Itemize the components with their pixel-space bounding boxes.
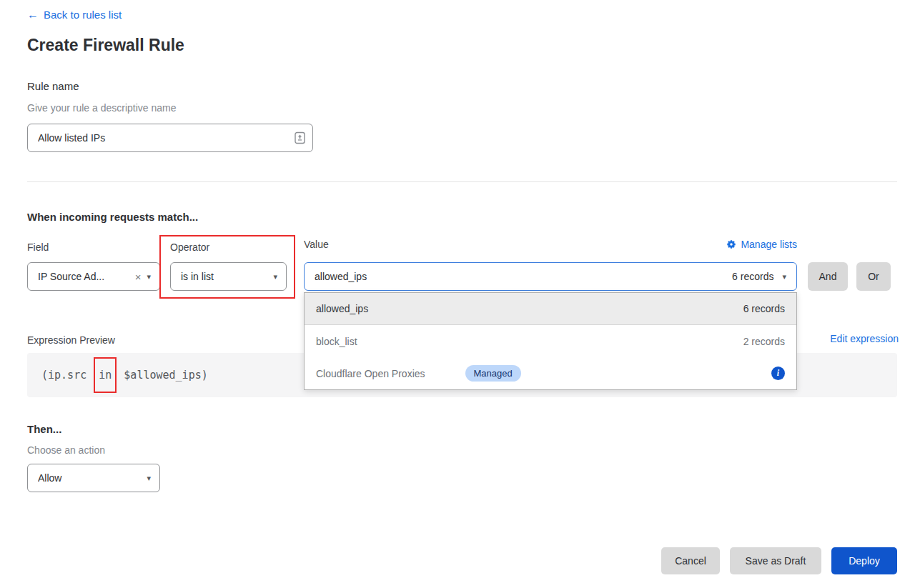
- rule-name-input[interactable]: [38, 132, 295, 144]
- chevron-down-icon: ▾: [273, 273, 277, 281]
- list-item-name: Cloudflare Open Proxies: [316, 368, 425, 379]
- match-section-title: When incoming requests match...: [27, 211, 198, 223]
- chevron-down-icon: ▾: [147, 474, 151, 482]
- save-draft-button[interactable]: Save as Draft: [730, 547, 821, 574]
- expression-code-before: (ip.src: [41, 369, 93, 382]
- operator-label: Operator: [170, 241, 209, 253]
- operator-selected-value: is in list: [181, 271, 267, 282]
- chevron-down-icon: ▾: [782, 273, 786, 281]
- back-link-label: Back to rules list: [44, 9, 122, 21]
- field-label: Field: [27, 241, 49, 253]
- edit-expression-link[interactable]: Edit expression: [830, 333, 899, 344]
- list-item-records: 6 records: [743, 303, 785, 314]
- cancel-button[interactable]: Cancel: [661, 547, 720, 574]
- back-link[interactable]: ← Back to rules list: [27, 9, 122, 21]
- field-selected-value: IP Source Ad...: [38, 271, 131, 282]
- value-input-text: allowed_ips: [315, 271, 367, 282]
- rule-name-hint: Give your rule a descriptive name: [27, 102, 177, 114]
- list-item-records: 2 records: [743, 336, 785, 347]
- expression-preview-label: Expression Preview: [27, 334, 115, 346]
- deploy-button[interactable]: Deploy: [831, 547, 897, 574]
- list-item[interactable]: block_list 2 records: [305, 325, 796, 357]
- value-combobox[interactable]: allowed_ips 6 records ▾: [304, 262, 797, 291]
- create-firewall-rule-page: ← Back to rules list Create Firewall Rul…: [0, 0, 910, 588]
- back-arrow-icon: ←: [27, 9, 39, 21]
- list-item-name: block_list: [316, 336, 357, 347]
- manage-lists-label: Manage lists: [741, 239, 797, 250]
- action-hint: Choose an action: [27, 444, 105, 456]
- action-select[interactable]: Allow ▾: [27, 464, 160, 492]
- and-button[interactable]: And: [808, 262, 848, 291]
- list-item[interactable]: allowed_ips 6 records: [305, 293, 796, 325]
- operator-select[interactable]: is in list ▾: [170, 262, 287, 291]
- rule-name-input-wrap[interactable]: [27, 124, 313, 152]
- list-item[interactable]: Cloudflare Open Proxies Managed i: [305, 357, 796, 389]
- lists-dropdown: allowed_ips 6 records block_list 2 recor…: [304, 292, 797, 390]
- autofill-extension-icon[interactable]: [295, 131, 305, 144]
- in-keyword-highlight-box: in: [94, 357, 117, 393]
- clear-field-icon[interactable]: ×: [135, 271, 142, 282]
- managed-badge: Managed: [465, 365, 521, 382]
- action-selected-value: Allow: [38, 472, 141, 484]
- gear-icon: [726, 239, 736, 249]
- rule-name-label: Rule name: [27, 80, 79, 92]
- page-title: Create Firewall Rule: [27, 36, 184, 55]
- or-button[interactable]: Or: [856, 262, 891, 291]
- then-section-title: Then...: [27, 423, 61, 435]
- manage-lists-link[interactable]: Manage lists: [726, 239, 797, 250]
- records-count: 6 records: [732, 271, 773, 282]
- expression-code-after: $allowed_ips): [117, 369, 207, 382]
- value-label: Value: [304, 239, 329, 250]
- field-select[interactable]: IP Source Ad... × ▾: [27, 262, 160, 291]
- chevron-down-icon: ▾: [147, 273, 151, 281]
- section-divider: [27, 181, 897, 182]
- info-icon[interactable]: i: [771, 367, 785, 380]
- list-item-name: allowed_ips: [316, 303, 368, 314]
